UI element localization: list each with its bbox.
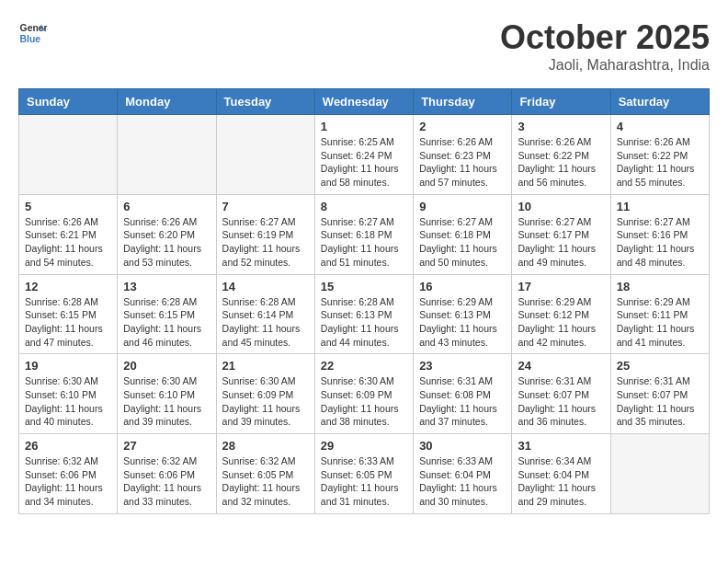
calendar-cell: 25Sunrise: 6:31 AM Sunset: 6:07 PM Dayli…: [610, 354, 709, 434]
day-number: 1: [321, 120, 407, 133]
svg-text:Blue: Blue: [20, 34, 41, 44]
logo-icon: General Blue: [18, 18, 48, 48]
day-info: Sunrise: 6:25 AM Sunset: 6:24 PM Dayligh…: [321, 135, 407, 190]
calendar-cell: 10Sunrise: 6:27 AM Sunset: 6:17 PM Dayli…: [512, 194, 610, 274]
day-info: Sunrise: 6:29 AM Sunset: 6:12 PM Dayligh…: [518, 295, 604, 350]
calendar-cell: 17Sunrise: 6:29 AM Sunset: 6:12 PM Dayli…: [512, 274, 610, 354]
calendar-cell: 9Sunrise: 6:27 AM Sunset: 6:18 PM Daylig…: [414, 194, 512, 274]
day-info: Sunrise: 6:30 AM Sunset: 6:09 PM Dayligh…: [222, 374, 309, 429]
day-info: Sunrise: 6:27 AM Sunset: 6:19 PM Dayligh…: [222, 215, 309, 270]
day-info: Sunrise: 6:26 AM Sunset: 6:21 PM Dayligh…: [25, 215, 111, 270]
day-info: Sunrise: 6:26 AM Sunset: 6:20 PM Dayligh…: [123, 215, 210, 270]
day-number: 24: [518, 359, 604, 373]
day-number: 27: [123, 439, 210, 453]
calendar-cell: 27Sunrise: 6:32 AM Sunset: 6:06 PM Dayli…: [118, 434, 216, 514]
day-info: Sunrise: 6:28 AM Sunset: 6:13 PM Dayligh…: [321, 295, 407, 350]
weekday-header: Monday: [118, 89, 216, 115]
day-info: Sunrise: 6:27 AM Sunset: 6:18 PM Dayligh…: [419, 215, 506, 270]
day-info: Sunrise: 6:32 AM Sunset: 6:06 PM Dayligh…: [123, 454, 210, 509]
day-info: Sunrise: 6:29 AM Sunset: 6:11 PM Dayligh…: [617, 295, 703, 350]
day-number: 3: [518, 120, 604, 133]
weekday-header: Sunday: [19, 89, 118, 115]
day-number: 11: [617, 200, 703, 213]
day-info: Sunrise: 6:30 AM Sunset: 6:10 PM Dayligh…: [25, 374, 111, 429]
day-info: Sunrise: 6:30 AM Sunset: 6:10 PM Dayligh…: [123, 374, 210, 429]
day-number: 30: [419, 439, 506, 453]
calendar-cell: 21Sunrise: 6:30 AM Sunset: 6:09 PM Dayli…: [216, 354, 314, 434]
day-info: Sunrise: 6:26 AM Sunset: 6:22 PM Dayligh…: [617, 135, 703, 190]
calendar-cell: 26Sunrise: 6:32 AM Sunset: 6:06 PM Dayli…: [19, 434, 118, 514]
day-info: Sunrise: 6:26 AM Sunset: 6:22 PM Dayligh…: [518, 135, 604, 190]
calendar-cell: 20Sunrise: 6:30 AM Sunset: 6:10 PM Dayli…: [118, 354, 216, 434]
weekday-header: Thursday: [414, 89, 512, 115]
calendar-week-row: 5Sunrise: 6:26 AM Sunset: 6:21 PM Daylig…: [19, 194, 710, 274]
page-header: General Blue October 2025 Jaoli, Maharas…: [18, 18, 710, 74]
calendar-cell: 12Sunrise: 6:28 AM Sunset: 6:15 PM Dayli…: [19, 274, 118, 354]
day-number: 15: [321, 280, 407, 293]
calendar-cell: [118, 115, 216, 195]
calendar-cell: 22Sunrise: 6:30 AM Sunset: 6:09 PM Dayli…: [314, 354, 413, 434]
calendar-cell: 19Sunrise: 6:30 AM Sunset: 6:10 PM Dayli…: [19, 354, 118, 434]
calendar-cell: 23Sunrise: 6:31 AM Sunset: 6:08 PM Dayli…: [414, 354, 512, 434]
day-number: 31: [518, 439, 604, 453]
day-number: 7: [222, 200, 309, 213]
calendar-cell: 15Sunrise: 6:28 AM Sunset: 6:13 PM Dayli…: [314, 274, 413, 354]
calendar-cell: 6Sunrise: 6:26 AM Sunset: 6:20 PM Daylig…: [118, 194, 216, 274]
calendar-cell: 4Sunrise: 6:26 AM Sunset: 6:22 PM Daylig…: [610, 115, 709, 195]
day-info: Sunrise: 6:32 AM Sunset: 6:06 PM Dayligh…: [25, 454, 111, 509]
day-info: Sunrise: 6:33 AM Sunset: 6:05 PM Dayligh…: [321, 454, 407, 509]
day-number: 10: [518, 200, 604, 213]
day-number: 5: [25, 200, 111, 213]
day-info: Sunrise: 6:28 AM Sunset: 6:15 PM Dayligh…: [25, 295, 111, 350]
calendar-cell: 1Sunrise: 6:25 AM Sunset: 6:24 PM Daylig…: [314, 115, 413, 195]
day-number: 8: [321, 200, 407, 213]
calendar-cell: 5Sunrise: 6:26 AM Sunset: 6:21 PM Daylig…: [19, 194, 118, 274]
weekday-header: Friday: [512, 89, 610, 115]
calendar-week-row: 26Sunrise: 6:32 AM Sunset: 6:06 PM Dayli…: [19, 434, 710, 514]
day-number: 17: [518, 280, 604, 293]
day-number: 13: [123, 280, 210, 293]
day-info: Sunrise: 6:31 AM Sunset: 6:08 PM Dayligh…: [419, 374, 506, 429]
day-number: 29: [321, 439, 407, 453]
calendar-table: SundayMondayTuesdayWednesdayThursdayFrid…: [18, 88, 710, 514]
day-info: Sunrise: 6:28 AM Sunset: 6:14 PM Dayligh…: [222, 295, 309, 350]
day-number: 22: [321, 359, 407, 373]
location: Jaoli, Maharashtra, India: [500, 57, 710, 74]
calendar-week-row: 1Sunrise: 6:25 AM Sunset: 6:24 PM Daylig…: [19, 115, 710, 195]
day-number: 21: [222, 359, 309, 373]
day-info: Sunrise: 6:32 AM Sunset: 6:05 PM Dayligh…: [222, 454, 309, 509]
calendar-cell: 14Sunrise: 6:28 AM Sunset: 6:14 PM Dayli…: [216, 274, 314, 354]
day-number: 12: [25, 280, 111, 293]
calendar-cell: 28Sunrise: 6:32 AM Sunset: 6:05 PM Dayli…: [216, 434, 314, 514]
day-info: Sunrise: 6:31 AM Sunset: 6:07 PM Dayligh…: [617, 374, 703, 429]
calendar-cell: 31Sunrise: 6:34 AM Sunset: 6:04 PM Dayli…: [512, 434, 610, 514]
day-info: Sunrise: 6:28 AM Sunset: 6:15 PM Dayligh…: [123, 295, 210, 350]
day-number: 28: [222, 439, 309, 453]
day-info: Sunrise: 6:27 AM Sunset: 6:16 PM Dayligh…: [617, 215, 703, 270]
calendar-cell: 8Sunrise: 6:27 AM Sunset: 6:18 PM Daylig…: [314, 194, 413, 274]
day-info: Sunrise: 6:31 AM Sunset: 6:07 PM Dayligh…: [518, 374, 604, 429]
day-number: 2: [419, 120, 506, 133]
weekday-header: Tuesday: [216, 89, 314, 115]
logo: General Blue: [18, 18, 48, 48]
day-info: Sunrise: 6:26 AM Sunset: 6:23 PM Dayligh…: [419, 135, 506, 190]
weekday-header: Saturday: [610, 89, 709, 115]
day-info: Sunrise: 6:27 AM Sunset: 6:17 PM Dayligh…: [518, 215, 604, 270]
day-number: 18: [617, 280, 703, 293]
title-block: October 2025 Jaoli, Maharashtra, India: [500, 18, 710, 74]
day-number: 20: [123, 359, 210, 373]
calendar-cell: 30Sunrise: 6:33 AM Sunset: 6:04 PM Dayli…: [414, 434, 512, 514]
calendar-cell: [216, 115, 314, 195]
calendar-cell: 11Sunrise: 6:27 AM Sunset: 6:16 PM Dayli…: [610, 194, 709, 274]
day-number: 4: [617, 120, 703, 133]
day-number: 6: [123, 200, 210, 213]
calendar-cell: 18Sunrise: 6:29 AM Sunset: 6:11 PM Dayli…: [610, 274, 709, 354]
day-number: 19: [25, 359, 111, 373]
day-number: 14: [222, 280, 309, 293]
day-info: Sunrise: 6:27 AM Sunset: 6:18 PM Dayligh…: [321, 215, 407, 270]
day-info: Sunrise: 6:29 AM Sunset: 6:13 PM Dayligh…: [419, 295, 506, 350]
day-info: Sunrise: 6:30 AM Sunset: 6:09 PM Dayligh…: [321, 374, 407, 429]
day-info: Sunrise: 6:33 AM Sunset: 6:04 PM Dayligh…: [419, 454, 506, 509]
month-title: October 2025: [500, 18, 710, 57]
calendar-cell: 2Sunrise: 6:26 AM Sunset: 6:23 PM Daylig…: [414, 115, 512, 195]
